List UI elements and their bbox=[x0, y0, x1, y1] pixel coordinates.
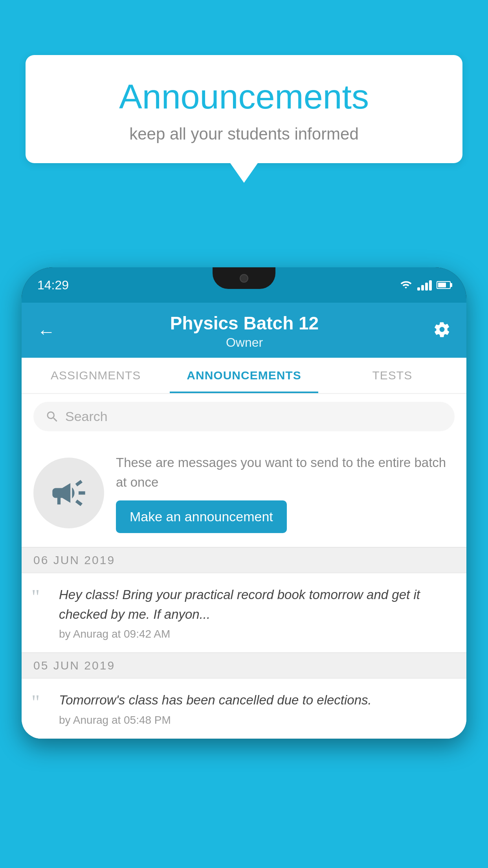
speech-bubble-arrow bbox=[230, 163, 258, 183]
tabs-bar: ASSIGNMENTS ANNOUNCEMENTS TESTS bbox=[22, 358, 466, 394]
status-icons bbox=[399, 280, 451, 291]
camera-dot bbox=[240, 274, 248, 283]
quote-icon-1: " bbox=[31, 587, 51, 607]
gear-icon bbox=[433, 321, 451, 338]
tab-announcements[interactable]: ANNOUNCEMENTS bbox=[170, 358, 318, 393]
speech-bubble-title: Announcements bbox=[49, 77, 439, 117]
phone-content: Search These are messages you want to se… bbox=[22, 394, 466, 739]
status-bar: 14:29 bbox=[22, 267, 466, 303]
search-bar: Search bbox=[22, 394, 466, 439]
announcement-meta-1: by Anurag at 09:42 AM bbox=[59, 628, 455, 640]
status-time: 14:29 bbox=[37, 278, 69, 292]
announcement-content-1: Hey class! Bring your practical record b… bbox=[59, 585, 455, 640]
header-subtitle: Owner bbox=[55, 335, 433, 350]
megaphone-icon bbox=[49, 473, 88, 513]
speech-bubble-subtitle: keep all your students informed bbox=[49, 125, 439, 143]
announcement-item-2[interactable]: " Tomorrow's class has been cancelled du… bbox=[22, 679, 466, 739]
search-input-wrapper[interactable]: Search bbox=[33, 402, 455, 431]
phone-frame: 14:29 bbox=[22, 267, 466, 739]
battery-icon bbox=[437, 281, 451, 289]
announcement-text-2: Tomorrow's class has been cancelled due … bbox=[59, 690, 455, 710]
promo-icon-circle bbox=[33, 458, 104, 528]
announcement-meta-2: by Anurag at 05:48 PM bbox=[59, 714, 455, 726]
tab-assignments[interactable]: ASSIGNMENTS bbox=[22, 358, 170, 393]
date-separator-2: 05 JUN 2019 bbox=[22, 653, 466, 679]
quote-icon-2: " bbox=[31, 692, 51, 713]
back-button[interactable]: ← bbox=[37, 321, 55, 342]
announcement-content-2: Tomorrow's class has been cancelled due … bbox=[59, 690, 455, 726]
make-announcement-button[interactable]: Make an announcement bbox=[116, 500, 287, 533]
announcement-text-1: Hey class! Bring your practical record b… bbox=[59, 585, 455, 624]
signal-icon bbox=[417, 280, 432, 291]
promo-description: These are messages you want to send to t… bbox=[116, 453, 455, 492]
announcement-item-1[interactable]: " Hey class! Bring your practical record… bbox=[22, 573, 466, 653]
speech-bubble-card: Announcements keep all your students inf… bbox=[26, 55, 462, 163]
search-placeholder: Search bbox=[65, 409, 108, 424]
search-icon bbox=[45, 410, 59, 424]
tab-tests[interactable]: TESTS bbox=[318, 358, 466, 393]
notch bbox=[213, 267, 275, 289]
header-title: Physics Batch 12 bbox=[55, 313, 433, 334]
promo-card: These are messages you want to send to t… bbox=[22, 439, 466, 547]
promo-content: These are messages you want to send to t… bbox=[116, 453, 455, 533]
speech-bubble-section: Announcements keep all your students inf… bbox=[26, 55, 462, 183]
app-header: ← Physics Batch 12 Owner bbox=[22, 303, 466, 358]
phone-wrapper: 14:29 bbox=[22, 267, 466, 868]
wifi-icon bbox=[399, 280, 413, 290]
settings-button[interactable] bbox=[433, 321, 451, 342]
date-separator-1: 06 JUN 2019 bbox=[22, 547, 466, 573]
header-center: Physics Batch 12 Owner bbox=[55, 313, 433, 350]
